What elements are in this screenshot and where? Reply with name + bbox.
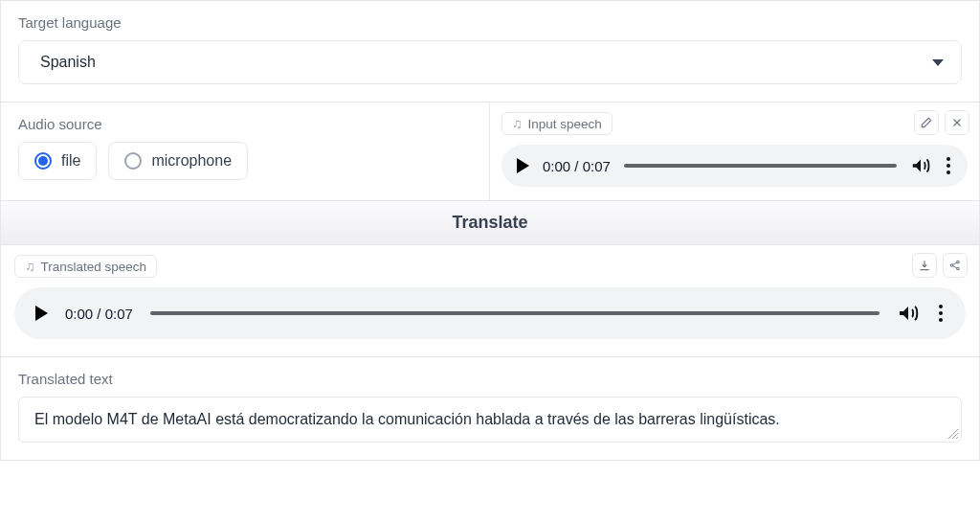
play-icon[interactable] [517, 158, 529, 173]
audio-source-option-microphone[interactable]: microphone [108, 142, 248, 180]
radio-icon [124, 152, 142, 170]
audio-source-section: Audio source file microphone [1, 102, 490, 200]
target-language-label: Target language [18, 14, 962, 31]
share-button[interactable] [943, 253, 968, 278]
input-audio-seek[interactable] [624, 164, 897, 168]
input-audio-time: 0:00 / 0:07 [543, 158, 611, 174]
target-language-section: Target language Spanish [0, 0, 980, 102]
chevron-down-icon [932, 59, 944, 66]
translate-label: Translate [452, 213, 527, 232]
translate-button[interactable]: Translate [0, 200, 980, 245]
more-icon[interactable] [937, 305, 945, 322]
audio-source-option-file[interactable]: file [18, 142, 97, 180]
input-speech-label: Input speech [528, 117, 602, 131]
radio-label: file [61, 152, 80, 170]
translated-speech-section: ♫ Translated speech 0:00 / 0:07 [0, 245, 980, 357]
play-icon[interactable] [35, 306, 48, 321]
resize-handle-icon[interactable] [947, 428, 959, 440]
translated-speech-badge: ♫ Translated speech [14, 255, 157, 278]
clear-button[interactable] [945, 110, 969, 135]
music-icon: ♫ [512, 116, 523, 131]
volume-icon[interactable] [910, 155, 931, 176]
translated-audio-seek[interactable] [150, 311, 880, 315]
source-row: Audio source file microphone ♫ Input spe… [0, 102, 980, 200]
download-button[interactable] [912, 253, 937, 278]
more-icon[interactable] [945, 157, 952, 174]
input-speech-badge: ♫ Input speech [501, 112, 612, 135]
svg-point-1 [957, 261, 960, 263]
pencil-icon [920, 116, 933, 129]
target-language-select[interactable]: Spanish [18, 40, 962, 84]
svg-point-2 [957, 267, 960, 270]
radio-icon [34, 152, 52, 170]
music-icon: ♫ [25, 259, 35, 274]
translated-text-label: Translated text [18, 371, 962, 387]
translated-text-section: Translated text El modelo M4T de MetaAI … [0, 357, 980, 461]
svg-point-0 [950, 264, 953, 267]
share-icon [948, 259, 962, 272]
translated-text-value: El modelo M4T de MetaAI está democratiza… [34, 411, 780, 427]
input-audio-player[interactable]: 0:00 / 0:07 [501, 145, 968, 187]
audio-source-radio-group: file microphone [18, 142, 472, 180]
close-icon [950, 116, 964, 129]
translated-audio-time: 0:00 / 0:07 [65, 306, 133, 322]
translated-text-output[interactable]: El modelo M4T de MetaAI está democratiza… [18, 397, 962, 443]
download-icon [918, 259, 931, 272]
translated-speech-label: Translated speech [41, 260, 147, 274]
translated-audio-player[interactable]: 0:00 / 0:07 [14, 287, 966, 339]
volume-icon[interactable] [897, 302, 920, 325]
input-speech-section: ♫ Input speech 0:00 / 0:07 [490, 102, 979, 200]
edit-button[interactable] [914, 110, 939, 135]
target-language-value: Spanish [40, 54, 96, 71]
radio-label: microphone [151, 152, 232, 170]
audio-source-label: Audio source [18, 116, 472, 132]
